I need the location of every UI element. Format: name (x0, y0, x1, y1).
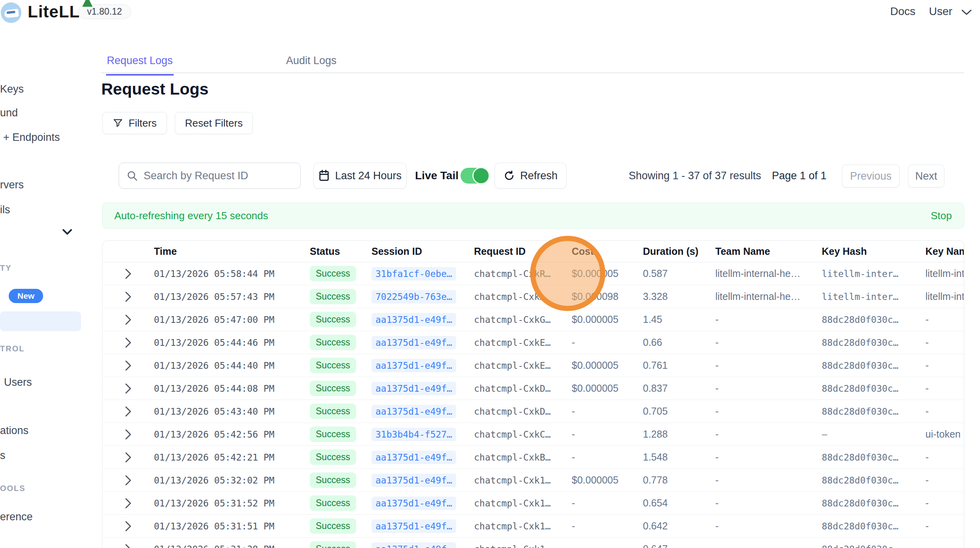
status-badge: Success (310, 266, 356, 281)
table-row: 01/13/2026 05:42:56 PMSuccess31b3b4b4-f5… (102, 423, 964, 446)
row-expander chevron-right-icon[interactable] (102, 521, 154, 532)
sidebar-item-servers[interactable]: rvers (0, 179, 24, 191)
cell-team-name: - (715, 314, 822, 325)
sidebar-item-api-reference[interactable]: erence (0, 511, 33, 523)
cell-key-hash: litellm-inter… (822, 269, 925, 279)
cell-status: Success (305, 449, 372, 465)
cell-key-name: - (925, 337, 964, 348)
sidebar-item-models-endpoints[interactable]: + Endpoints (3, 131, 60, 144)
sidebar-section-observability: TY (0, 264, 12, 273)
auto-refresh-message: Auto-refreshing every 15 seconds (114, 210, 268, 222)
session-id-link[interactable]: 7022549b-763e… (372, 290, 456, 303)
next-page-button[interactable]: Next (908, 165, 944, 188)
cell-session-id: aa1375d1-e49f… (372, 313, 474, 326)
refresh-button[interactable]: Refresh (495, 163, 567, 189)
session-id-link[interactable]: aa1375d1-e49f… (372, 474, 456, 487)
table-row: 01/13/2026 05:32:02 PMSuccessaa1375d1-e4… (102, 469, 964, 492)
docs-link[interactable]: Docs (890, 5, 916, 18)
row-expander chevron-right-icon[interactable] (102, 452, 154, 463)
row-expander chevron-right-icon[interactable] (102, 475, 154, 486)
cell-duration: 1.548 (643, 451, 715, 463)
table-row: 01/13/2026 05:31:38 PMSuccessaa1375d1-e4… (102, 538, 964, 548)
row-expander chevron-right-icon[interactable] (102, 314, 154, 325)
cell-status: Success (305, 427, 372, 442)
cell-key-hash: 88dc28d0f030c… (822, 452, 925, 463)
cell-session-id: aa1375d1-e49f… (372, 542, 474, 548)
cell-key-hash: 88dc28d0f030c… (822, 383, 925, 394)
live-tail-toggle[interactable] (461, 168, 490, 184)
row-expander chevron-right-icon[interactable] (102, 498, 154, 509)
search-input[interactable] (144, 170, 293, 182)
session-id-link[interactable]: aa1375d1-e49f… (372, 336, 456, 349)
row-expander chevron-right-icon[interactable] (102, 429, 154, 440)
session-id-link[interactable]: aa1375d1-e49f… (372, 542, 456, 548)
cell-key-hash: 88dc28d0f030c… (822, 544, 925, 548)
sidebar-item-selected[interactable] (0, 311, 81, 331)
row-expander chevron-right-icon[interactable] (102, 360, 154, 371)
session-id-link[interactable]: aa1375d1-e49f… (372, 497, 456, 510)
sidebar-item-internal-users[interactable]: Users (4, 376, 32, 389)
cell-duration: 0.642 (643, 520, 715, 532)
previous-page-button[interactable]: Previous (842, 165, 900, 188)
column-header-request-id: Request ID (474, 246, 572, 257)
session-id-link[interactable]: aa1375d1-e49f… (372, 451, 456, 464)
session-id-link[interactable]: aa1375d1-e49f… (372, 405, 456, 418)
cell-cost: $0.000005 (572, 474, 643, 486)
cell-time: 01/13/2026 05:43:40 PM (154, 406, 305, 417)
session-id-link[interactable]: 31b3b4b4-f527… (372, 428, 456, 441)
cell-status: Success (305, 381, 372, 396)
cell-status: Success (305, 312, 372, 327)
logs-tabs: Request Logs Audit Logs (101, 51, 964, 73)
search-request-id-box (119, 163, 301, 189)
chevron-down-icon[interactable] (961, 8, 972, 17)
cell-duration: 0.66 (643, 337, 715, 348)
cell-time: 01/13/2026 05:57:43 PM (154, 292, 305, 302)
row-expander chevron-right-icon[interactable] (102, 291, 154, 302)
cell-key-hash: 88dc28d0f030c… (822, 521, 925, 531)
table-row: 01/13/2026 05:44:40 PMSuccessaa1375d1-e4… (102, 354, 964, 377)
session-id-link[interactable]: aa1375d1-e49f… (372, 520, 456, 533)
row-expander chevron-right-icon[interactable] (102, 406, 154, 417)
session-id-link[interactable]: aa1375d1-e49f… (372, 382, 456, 395)
sidebar-item-guardrails[interactable]: ils (0, 204, 10, 216)
cell-session-id: 31bfa1cf-0ebe… (372, 267, 474, 281)
row-expander chevron-right-icon[interactable] (102, 268, 154, 279)
cell-key-name: litellm-int… (925, 291, 964, 302)
row-expander chevron-right-icon[interactable] (102, 337, 154, 348)
tab-audit-logs[interactable]: Audit Logs (285, 55, 337, 74)
cell-cost: - (572, 429, 643, 440)
time-range-button[interactable]: Last 24 Hours (313, 163, 407, 189)
status-badge: Success (310, 289, 356, 304)
chevron-down-icon[interactable] (62, 228, 73, 236)
filters-button[interactable]: Filters (102, 112, 167, 134)
stop-auto-refresh-button[interactable]: Stop (931, 210, 952, 222)
row-expander chevron-right-icon[interactable] (102, 544, 154, 548)
cell-cost: $0.000005 (572, 314, 643, 325)
tab-request-logs[interactable]: Request Logs (106, 55, 174, 76)
cell-cost: $0.000005 (572, 268, 643, 279)
status-badge: Success (310, 495, 356, 511)
request-logs-table: TimeStatusSession IDRequest IDCostDurati… (102, 240, 964, 548)
row-expander chevron-right-icon[interactable] (102, 383, 154, 394)
cell-cost: - (572, 520, 643, 532)
cell-request-id: chatcmpl-Cxk1… (474, 521, 572, 531)
cell-time: 01/13/2026 05:44:40 PM (154, 360, 305, 371)
session-id-link[interactable]: 31bfa1cf-0ebe… (372, 267, 456, 281)
sidebar-item-organizations[interactable]: ations (0, 425, 28, 437)
reset-filters-button[interactable]: Reset Filters (175, 112, 253, 134)
cell-time: 01/13/2026 05:42:56 PM (154, 429, 305, 440)
sidebar-item-playground[interactable]: und (0, 107, 18, 119)
table-body: 01/13/2026 05:58:44 PMSuccess31bfa1cf-0e… (102, 262, 964, 548)
session-id-link[interactable]: aa1375d1-e49f… (372, 313, 456, 326)
new-badge: New (9, 289, 43, 303)
sidebar-item-keys[interactable]: Keys (0, 83, 24, 95)
cell-time: 01/13/2026 05:42:21 PM (154, 452, 305, 463)
cell-request-id: chatcmpl-CxkD… (474, 383, 572, 394)
cell-cost: - (572, 406, 643, 417)
sidebar-item-teams[interactable]: s (0, 449, 6, 462)
session-id-link[interactable]: aa1375d1-e49f… (372, 359, 456, 372)
user-menu[interactable]: User (929, 5, 952, 18)
cell-duration: 0.837 (643, 383, 715, 394)
column-header-status: Status (305, 246, 372, 257)
table-row: 01/13/2026 05:31:51 PMSuccessaa1375d1-e4… (102, 515, 964, 538)
